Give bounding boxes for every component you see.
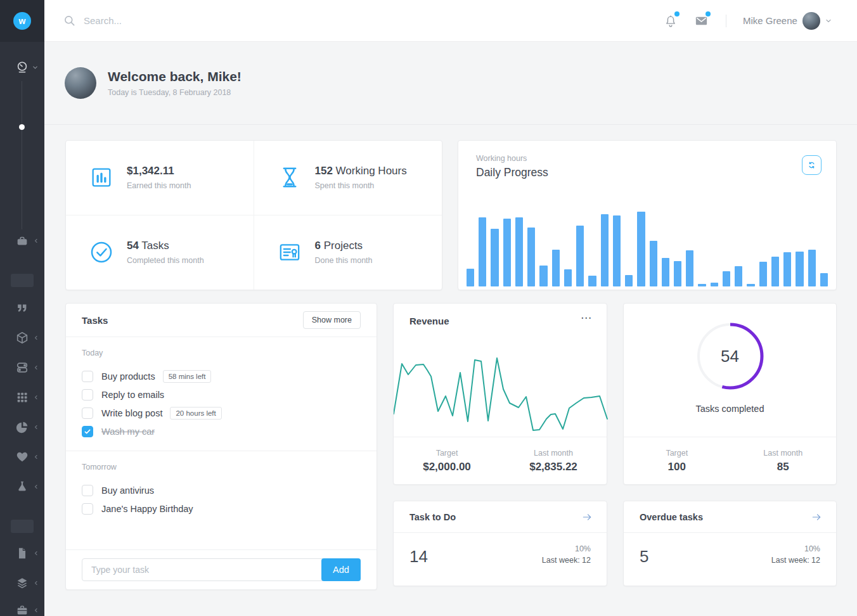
last-week-value: Last week: 12	[771, 556, 820, 565]
new-task-input[interactable]	[82, 558, 323, 581]
chevron-left-icon	[33, 424, 39, 430]
stat-projects: 6 Projects Done this month	[254, 215, 442, 290]
stat-label: Earned this month	[127, 181, 191, 190]
task-checkbox[interactable]	[82, 426, 93, 437]
daily-progress-bar	[564, 269, 572, 286]
sidebar-item-toggles[interactable]	[0, 358, 44, 377]
task-checkbox[interactable]	[82, 389, 93, 401]
chevron-left-icon	[33, 454, 39, 460]
stat-tasks: 54 Tasks Completed this month	[66, 215, 254, 290]
task-to-do-card: Task to Do 14 10% Last week: 12	[393, 501, 607, 586]
daily-progress-bar	[576, 226, 584, 286]
layers-icon	[15, 576, 29, 590]
task-section-label: Tomorrow	[82, 463, 361, 472]
chevron-left-icon	[33, 484, 39, 490]
task-row: Buy products58 mins left	[82, 367, 361, 385]
daily-progress-card: Working hours Daily Progress	[458, 140, 837, 290]
daily-progress-bar	[613, 215, 621, 286]
task-to-do-count: 14	[409, 547, 428, 567]
daily-progress-bar	[820, 273, 828, 286]
percent-change: 10%	[771, 544, 820, 553]
sidebar-item-cube[interactable]	[0, 328, 44, 347]
sidebar-item-dashboard[interactable]	[0, 58, 44, 76]
card-title: Overdue tasks	[640, 501, 703, 533]
toggles-icon	[15, 361, 29, 375]
chevron-down-icon	[32, 64, 39, 71]
add-task-button[interactable]: Add	[321, 558, 361, 581]
daily-progress-bar	[796, 252, 803, 286]
arrow-right-icon[interactable]	[581, 511, 593, 523]
task-row: Buy antivirus	[82, 481, 361, 499]
grid-icon	[15, 390, 29, 404]
show-more-button[interactable]: Show more	[303, 311, 361, 329]
toolbox-icon	[15, 603, 29, 616]
sidebar-item-grid[interactable]	[0, 388, 44, 407]
hourglass-icon	[277, 165, 302, 190]
tasks-card: Tasks Show more TodayBuy products58 mins…	[65, 303, 377, 590]
task-section: TodayBuy products58 mins leftReply to em…	[66, 337, 377, 451]
app-logo[interactable]: w	[13, 12, 31, 30]
task-time-badge: 20 hours left	[170, 407, 221, 420]
task-checkbox[interactable]	[82, 407, 93, 419]
daily-progress-bar	[539, 266, 547, 286]
page-subtitle: Today is Tuesday, 8 February 2018	[108, 88, 231, 97]
daily-progress-bar	[711, 283, 718, 286]
task-checkbox[interactable]	[82, 485, 93, 496]
user-name[interactable]: Mike Greene	[743, 0, 797, 42]
card-kicker: Working hours	[476, 154, 527, 163]
user-menu-chevron-icon[interactable]	[825, 17, 832, 25]
daily-progress-bar-chart	[467, 212, 828, 286]
card-header: Overdue tasks	[624, 501, 836, 533]
sidebar-item-quote[interactable]	[0, 298, 44, 318]
more-options-icon[interactable]: ⋯	[581, 311, 593, 324]
sidebar-item-pie-chart[interactable]	[0, 418, 44, 437]
daily-progress-bar	[723, 271, 730, 286]
task-checkbox[interactable]	[82, 503, 93, 515]
last-month-value: $2,835.22	[529, 461, 577, 473]
sidebar-item-layers[interactable]	[0, 574, 44, 593]
sidebar-item-file[interactable]	[0, 544, 44, 563]
search-input[interactable]	[84, 0, 287, 41]
stat-label: Done this month	[315, 256, 373, 265]
heart-icon	[15, 450, 29, 464]
stats-card: $1,342.11 Earned this month 152 Working …	[65, 140, 442, 290]
card-title: Tasks	[82, 315, 108, 326]
sidebar-item-flask[interactable]	[0, 477, 44, 496]
task-label: Reply to emails	[101, 390, 164, 400]
search-icon	[63, 15, 76, 27]
daily-progress-bar	[503, 219, 511, 286]
daily-progress-bar	[735, 266, 742, 286]
task-section: TomorrowBuy antivirusJane's Happy Birthd…	[66, 451, 377, 528]
user-avatar[interactable]	[802, 12, 820, 30]
refresh-icon	[807, 160, 816, 170]
sidebar-item-toolbox[interactable]	[0, 601, 44, 616]
card-title: Task to Do	[409, 501, 456, 533]
daily-progress-bar	[747, 284, 754, 286]
daily-progress-bar	[759, 262, 767, 286]
mail-notification-dot	[706, 11, 711, 16]
revenue-card-footer: Target $2,000.00 Last month $2,835.22	[394, 437, 607, 484]
topbar: Mike Greene	[44, 0, 857, 42]
daily-progress-bar	[808, 250, 816, 286]
briefcase-icon	[15, 234, 29, 248]
sidebar-item-briefcase[interactable]	[0, 231, 44, 250]
chevron-left-icon	[33, 394, 39, 401]
chevron-left-icon	[33, 335, 39, 341]
arrow-right-icon[interactable]	[811, 511, 822, 523]
target-value: $2,000.00	[423, 461, 471, 473]
chevron-left-icon	[33, 364, 39, 371]
daily-progress-bar	[479, 217, 486, 286]
task-checkbox[interactable]	[82, 371, 93, 382]
sidebar-submenu-line	[22, 81, 22, 229]
logo-block: w	[0, 0, 44, 42]
chevron-left-icon	[33, 550, 39, 556]
topbar-divider	[726, 15, 726, 27]
sidebar-active-dot[interactable]	[19, 124, 25, 130]
daily-progress-bar	[783, 252, 791, 286]
sidebar-item-heart[interactable]	[0, 447, 44, 466]
refresh-button[interactable]	[802, 155, 822, 175]
stat-value: 6 Projects	[315, 240, 373, 252]
sidebar-section-placeholder	[11, 520, 34, 533]
last-month-label: Last month	[763, 449, 802, 458]
daily-progress-bar	[771, 257, 779, 286]
